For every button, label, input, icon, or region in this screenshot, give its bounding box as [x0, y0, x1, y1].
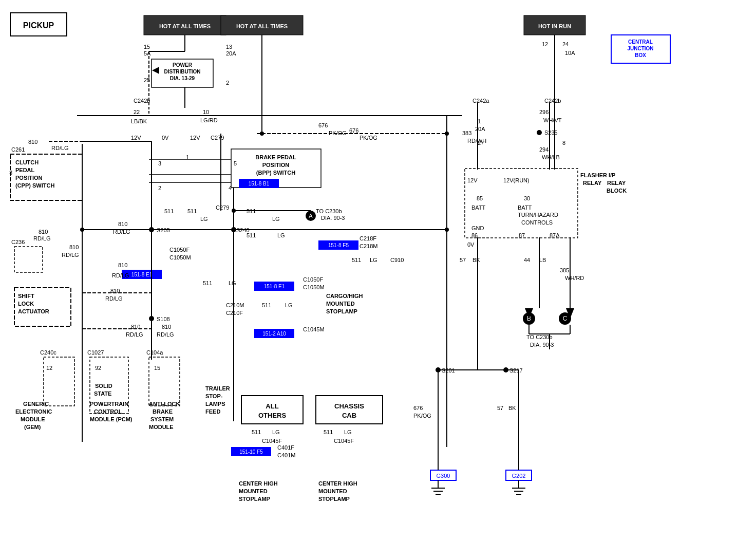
svg-text:12V: 12V: [190, 135, 200, 141]
svg-text:C210M: C210M: [226, 302, 244, 308]
svg-text:87: 87: [519, 232, 525, 238]
svg-point-286: [232, 209, 236, 213]
svg-text:MODULE: MODULE: [21, 416, 45, 422]
svg-text:MODULE (PCM): MODULE (PCM): [90, 416, 133, 422]
svg-text:87A: 87A: [550, 232, 560, 238]
svg-text:30: 30: [524, 195, 530, 201]
svg-text:ELECTRONIC: ELECTRONIC: [15, 408, 52, 415]
svg-text:C1045F: C1045F: [334, 438, 354, 444]
svg-text:10: 10: [203, 109, 209, 115]
svg-text:C1045M: C1045M: [303, 326, 325, 332]
svg-text:BATT: BATT: [518, 204, 532, 211]
svg-text:CONTROL: CONTROL: [94, 408, 122, 415]
svg-text:C1045F: C1045F: [262, 438, 282, 444]
svg-text:CLUTCH: CLUTCH: [15, 159, 39, 165]
svg-point-57: [537, 130, 542, 135]
svg-text:20A: 20A: [226, 50, 236, 57]
svg-text:RELAY: RELAY: [583, 180, 602, 186]
svg-text:4: 4: [229, 185, 232, 191]
svg-text:LB/BK: LB/BK: [131, 118, 147, 124]
svg-text:12V(RUN): 12V(RUN): [503, 177, 530, 183]
svg-text:BK: BK: [508, 405, 516, 411]
svg-text:BRAKE PEDAL: BRAKE PEDAL: [255, 154, 296, 160]
svg-text:DIA. 90-3: DIA. 90-3: [321, 215, 345, 221]
svg-text:DIA. 13-29: DIA. 13-29: [170, 76, 195, 81]
svg-text:44: 44: [524, 257, 530, 263]
svg-text:810: 810: [28, 139, 37, 145]
svg-text:C104a: C104a: [146, 349, 163, 356]
svg-text:RD/LG: RD/LG: [112, 272, 129, 278]
svg-text:12: 12: [542, 41, 548, 47]
svg-text:8: 8: [562, 140, 565, 146]
svg-text:POWERTRAIN: POWERTRAIN: [90, 401, 128, 407]
svg-text:20A: 20A: [475, 126, 485, 132]
svg-text:ANTI-LOCK: ANTI-LOCK: [149, 401, 180, 407]
svg-text:OTHERS: OTHERS: [258, 412, 287, 419]
svg-text:C242b: C242b: [134, 98, 150, 104]
svg-text:C236: C236: [11, 239, 25, 245]
svg-text:LG: LG: [285, 302, 293, 308]
svg-text:25: 25: [144, 77, 150, 83]
svg-text:151-8 E1: 151-8 E1: [264, 284, 285, 289]
svg-text:C910: C910: [390, 257, 404, 263]
svg-text:(BPP) SWITCH: (BPP) SWITCH: [256, 170, 295, 176]
svg-text:511: 511: [262, 302, 271, 308]
svg-text:C261: C261: [11, 146, 25, 153]
svg-text:SYSTEM: SYSTEM: [150, 416, 174, 422]
svg-text:HOT IN RUN: HOT IN RUN: [538, 23, 571, 29]
svg-text:92: 92: [95, 365, 101, 371]
svg-text:CARGO/HIGH: CARGO/HIGH: [326, 293, 363, 299]
svg-text:MODULE: MODULE: [149, 424, 174, 430]
svg-text:511: 511: [203, 280, 212, 286]
svg-text:C218F: C218F: [360, 235, 376, 241]
svg-text:MOUNTED: MOUNTED: [239, 488, 268, 494]
svg-text:WH/RD: WH/RD: [565, 275, 584, 281]
svg-text:676: 676: [318, 122, 328, 128]
svg-text:810: 810: [162, 324, 171, 330]
svg-text:5A: 5A: [144, 50, 151, 57]
svg-text:86: 86: [471, 232, 478, 238]
svg-text:SHIFT: SHIFT: [18, 293, 34, 299]
svg-text:C401F: C401F: [277, 444, 294, 451]
svg-text:12V: 12V: [467, 177, 478, 183]
svg-text:GENERIC: GENERIC: [23, 401, 49, 407]
svg-text:810: 810: [118, 221, 127, 227]
svg-text:511: 511: [252, 429, 261, 435]
svg-text:DIA. 90-3: DIA. 90-3: [530, 342, 554, 348]
svg-text:810: 810: [69, 244, 79, 250]
svg-text:STATE: STATE: [94, 390, 111, 397]
svg-text:LG: LG: [370, 257, 377, 263]
svg-text:RD/LG: RD/LG: [126, 331, 143, 338]
svg-text:511: 511: [324, 429, 333, 435]
svg-text:BRAKE: BRAKE: [153, 408, 173, 415]
svg-text:151-10 F5: 151-10 F5: [239, 449, 263, 455]
svg-text:RD/WH: RD/WH: [467, 138, 486, 144]
svg-text:JUNCTION: JUNCTION: [627, 46, 653, 51]
svg-text:LG/RD: LG/RD: [200, 117, 218, 123]
svg-rect-173: [14, 247, 43, 272]
svg-text:TRAILER: TRAILER: [205, 385, 230, 392]
svg-text:C1050F: C1050F: [303, 276, 323, 283]
svg-text:RELAY: RELAY: [607, 180, 626, 186]
svg-text:DISTRIBUTION: DISTRIBUTION: [164, 69, 200, 74]
svg-text:LB: LB: [539, 257, 546, 263]
svg-text:LG: LG: [272, 216, 280, 222]
svg-text:C1050F: C1050F: [169, 247, 190, 253]
svg-text:385: 385: [560, 267, 569, 273]
svg-text:TO C230b: TO C230b: [316, 208, 342, 214]
svg-text:GND: GND: [471, 225, 484, 231]
svg-text:85: 85: [477, 195, 483, 201]
svg-point-282: [260, 132, 264, 136]
svg-text:810: 810: [118, 262, 127, 268]
svg-text:676: 676: [349, 127, 358, 134]
svg-text:C242b: C242b: [544, 98, 561, 104]
svg-text:ACTUATOR: ACTUATOR: [18, 308, 49, 314]
svg-text:2: 2: [158, 185, 161, 191]
svg-text:CENTRAL: CENTRAL: [628, 39, 653, 45]
svg-text:5: 5: [234, 160, 237, 166]
svg-text:151-2 A10: 151-2 A10: [262, 331, 286, 337]
svg-text:MOUNTED: MOUNTED: [318, 488, 347, 494]
svg-text:I/P: I/P: [609, 172, 615, 178]
svg-text:511: 511: [247, 232, 256, 238]
svg-text:810: 810: [39, 229, 48, 235]
